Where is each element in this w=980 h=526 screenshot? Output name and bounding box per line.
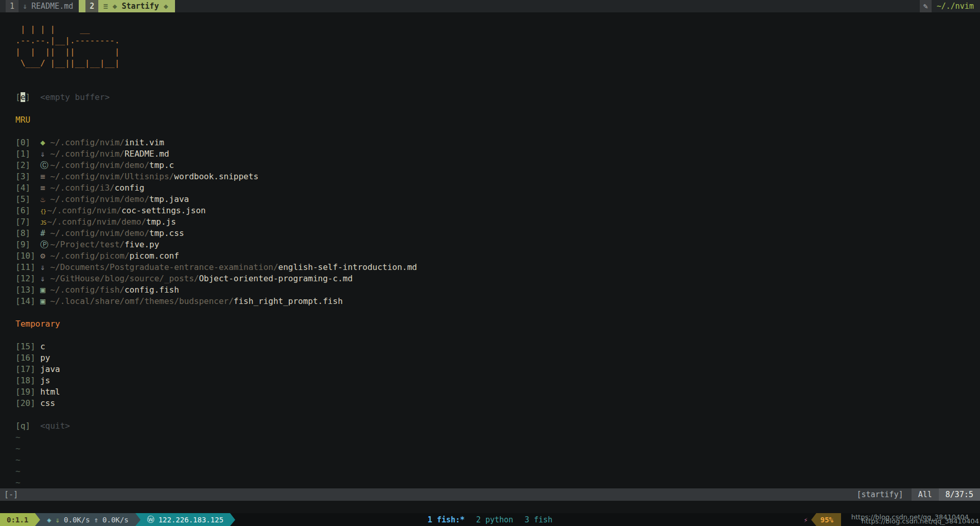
tab-readme[interactable]: 1⇓README.md	[0, 0, 79, 12]
entry-path: ~/.config/nvim/demo/	[47, 217, 146, 227]
tmux-status-bar: 0:1.1 ◈ ⇓ 0.0K/s ⇑ 0.0K/s Ⓦ 122.226.183.…	[0, 513, 980, 526]
entry-index: [18]	[15, 375, 40, 386]
startify-entry-7[interactable]: [7]JS~/.config/nvim/demo/tmp.js	[15, 216, 980, 228]
startify-entry-11[interactable]: [11]⇓~/Documents/Postgraduate-entrance-e…	[15, 262, 980, 273]
startify-ascii-art: | | | | __ .--.--.|__|.--------. | | || …	[15, 24, 980, 69]
startify-entry-12[interactable]: [12]⇓~/GitHouse/blog/source/_posts/Objec…	[15, 273, 980, 284]
tmux-window-3-fish[interactable]: 3 fish	[524, 515, 552, 524]
startify-entry-empty-buffer[interactable]: [e]<empty buffer>	[15, 92, 980, 103]
entry-filename: english-self-introduction.md	[278, 262, 417, 272]
powerline-separator	[135, 513, 141, 526]
tmux-window-2-python[interactable]: 2 python	[476, 515, 513, 524]
json-icon: {}	[40, 206, 47, 217]
bracket: [	[15, 92, 21, 102]
upload-arrow-icon: ⇑	[94, 516, 98, 524]
entry-path: ~/Project/test/	[50, 240, 125, 249]
tmux-network-segment: ◈ ⇓ 0.0K/s ⇑ 0.0K/s	[40, 513, 135, 526]
network-icon: ◈	[47, 516, 51, 524]
entry-index: [1]	[15, 148, 40, 160]
wan-icon: Ⓦ	[147, 515, 154, 524]
entry-path: ~/.config/nvim/	[50, 149, 125, 159]
entry-filename: tmp.java	[149, 194, 189, 204]
power-bolt-icon: ⚡	[800, 513, 811, 526]
entry-index: [5]	[15, 194, 40, 205]
entry-filename: fish_right_prompt.fish	[234, 296, 343, 306]
statusline: [-] [startify] All 8/37:5	[0, 488, 980, 501]
startify-entry-9[interactable]: [9]Ⓟ~/Project/test/five.py	[15, 239, 980, 250]
tab-startify[interactable]: 2≡◆Startify◆	[79, 0, 174, 12]
tab-label: Startify	[121, 2, 159, 11]
terminal-icon: ▣	[40, 296, 50, 307]
entry-filename: c	[40, 342, 45, 351]
startify-entry-2[interactable]: [2]Ⓒ~/.config/nvim/demo/tmp.c	[15, 160, 980, 171]
battery-indicator: 95%	[816, 513, 841, 526]
entry-filename: five.py	[125, 240, 159, 249]
startify-entry-0[interactable]: [0]◆~/.config/nvim/init.vim	[15, 137, 980, 148]
powerline-separator	[230, 513, 235, 526]
entry-index: [8]	[15, 228, 40, 239]
end-of-buffer-tildes: ~ ~ ~ ~ ~	[15, 432, 980, 488]
startify-entry-13[interactable]: [13]▣~/.config/fish/config.fish	[15, 284, 980, 296]
cursor-block: e	[21, 92, 26, 102]
entry-index: [15]	[15, 341, 40, 352]
entry-filename: tmp.c	[149, 160, 174, 170]
filetype-indicator: [startify]	[848, 488, 911, 501]
tab-number-badge: 2	[85, 0, 98, 12]
startify-entry-15[interactable]: [15]c	[15, 341, 980, 352]
config-file-icon: ≡	[40, 182, 50, 194]
entry-filename: js	[40, 376, 50, 385]
startify-entry-4[interactable]: [4]≡~/.config/i3/config	[15, 182, 980, 194]
entry-index: [2]	[15, 160, 40, 171]
startify-entry-17[interactable]: [17]java	[15, 364, 980, 375]
startify-entry-19[interactable]: [19]html	[15, 386, 980, 398]
upload-speed: 0.0K/s	[102, 516, 129, 524]
tab-number-badge: 1	[6, 0, 19, 12]
startify-entry-quit[interactable]: [q]<quit>	[15, 420, 980, 432]
tabline: 1⇓README.md 2≡◆Startify◆ ✎~/./nvim	[0, 0, 980, 12]
cursor-position: 8/37:5	[939, 488, 980, 501]
entry-index: [14]	[15, 296, 40, 307]
entry-path: ~/.local/share/omf/themes/budspencer/	[50, 296, 233, 306]
entry-path: ~/.config/fish/	[50, 285, 125, 295]
startify-entry-20[interactable]: [20]css	[15, 398, 980, 409]
entry-filename: py	[40, 353, 50, 363]
entry-filename: Object-oriented-programing-c.md	[199, 274, 353, 283]
tmux-window-list: 1 fish:* 2 python 3 fish	[428, 513, 553, 526]
tmux-window-1-fish[interactable]: 1 fish:*	[428, 515, 465, 524]
tab-label: README.md	[31, 2, 73, 11]
entry-filename: init.vim	[125, 138, 164, 147]
entry-index: [13]	[15, 284, 40, 296]
entry-index: [3]	[15, 171, 40, 182]
download-arrow-icon: ⇓	[56, 516, 60, 524]
markdown-icon: ⇓	[40, 148, 50, 160]
startify-entry-6[interactable]: [6]{}~/.config/nvim/coc-settings.json	[15, 205, 980, 216]
entry-label: <quit>	[40, 421, 70, 431]
entry-path: ~/.config/i3/	[50, 183, 114, 193]
entry-index: [0]	[15, 137, 40, 148]
startify-entry-10[interactable]: [10]⚙~/.config/picom/picom.conf	[15, 250, 980, 262]
startify-entry-5[interactable]: [5]♨~/.config/nvim/demo/tmp.java	[15, 194, 980, 205]
terminal-icon: ▣	[40, 284, 50, 296]
entry-filename: html	[40, 387, 60, 397]
startify-entry-16[interactable]: [16]py	[15, 352, 980, 364]
entry-index: [9]	[15, 239, 40, 250]
entry-index: [16]	[15, 352, 40, 364]
startify-entry-8[interactable]: [8]#~/.config/nvim/demo/tmp.css	[15, 228, 980, 239]
startify-entry-18[interactable]: [18]js	[15, 375, 980, 386]
csdn-watermark: https://blog.csdn.net/qq_38410404	[862, 517, 979, 525]
scroll-indicator: All	[912, 488, 939, 501]
startify-entry-1[interactable]: [1]⇓~/.config/nvim/README.md	[15, 148, 980, 160]
snippets-icon: ≡	[40, 171, 50, 182]
powerline-separator	[811, 513, 816, 526]
startify-entry-3[interactable]: [3]≡~/.config/nvim/Ultisnips/wordbook.sn…	[15, 171, 980, 182]
startify-entry-14[interactable]: [14]▣~/.local/share/omf/themes/budspence…	[15, 296, 980, 307]
entry-path: ~/.config/nvim/Ultisnips/	[50, 172, 174, 181]
vim-logo-icon: ◆	[164, 2, 168, 11]
statusline-right: [startify] All 8/37:5	[848, 488, 980, 501]
markdown-icon: ⇓	[23, 2, 27, 11]
working-directory: ~/./nvim	[937, 2, 974, 11]
entry-index: [6]	[15, 205, 40, 216]
entry-path: ~/.config/nvim/	[50, 138, 125, 147]
java-icon: ♨	[40, 194, 50, 205]
entry-index: [20]	[15, 398, 40, 409]
